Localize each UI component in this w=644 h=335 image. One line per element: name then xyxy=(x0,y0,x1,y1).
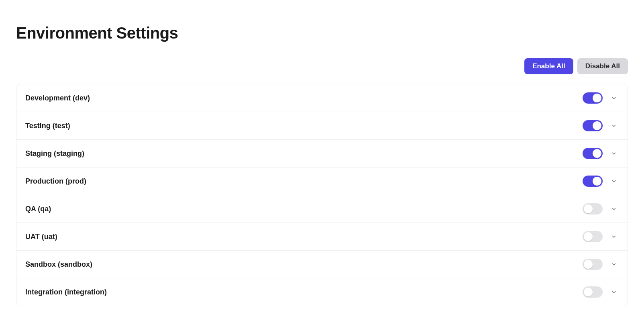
environment-label: Development (dev) xyxy=(25,94,90,102)
environment-label: Production (prod) xyxy=(25,177,86,186)
environment-list: Development (dev)Testing (test)Staging (… xyxy=(16,84,628,306)
environment-toggle[interactable] xyxy=(583,286,603,298)
row-controls xyxy=(583,231,618,242)
expand-row-button[interactable] xyxy=(610,288,618,296)
row-controls xyxy=(583,120,618,131)
expand-row-button[interactable] xyxy=(610,122,618,130)
environment-label: Testing (test) xyxy=(25,122,70,130)
toggle-knob xyxy=(584,232,593,241)
environment-row: Sandbox (sandbox) xyxy=(16,251,628,278)
expand-row-button[interactable] xyxy=(610,205,618,213)
environment-row: Integration (integration) xyxy=(16,278,628,306)
environment-row: QA (qa) xyxy=(16,195,628,223)
environment-toggle[interactable] xyxy=(583,203,603,214)
row-controls xyxy=(583,92,618,104)
settings-container: Environment Settings Enable All Disable … xyxy=(0,0,644,306)
environment-toggle[interactable] xyxy=(583,231,603,242)
chevron-down-icon xyxy=(611,178,617,184)
chevron-down-icon xyxy=(611,261,617,268)
row-controls xyxy=(583,176,618,187)
environment-label: Staging (staging) xyxy=(25,149,84,158)
environment-toggle[interactable] xyxy=(583,176,603,187)
chevron-down-icon xyxy=(611,206,617,212)
toggle-knob xyxy=(593,149,601,158)
environment-toggle[interactable] xyxy=(583,259,603,270)
row-controls xyxy=(583,286,618,298)
environment-row: Staging (staging) xyxy=(16,140,628,168)
environment-label: QA (qa) xyxy=(25,205,51,213)
page-title: Environment Settings xyxy=(16,24,628,42)
toggle-knob xyxy=(593,177,601,186)
expand-row-button[interactable] xyxy=(610,149,618,157)
environment-toggle[interactable] xyxy=(583,148,603,159)
environment-row: Testing (test) xyxy=(16,112,628,140)
environment-row: Development (dev) xyxy=(16,84,628,112)
expand-row-button[interactable] xyxy=(610,177,618,185)
row-controls xyxy=(583,203,618,214)
top-header-border xyxy=(0,0,644,3)
chevron-down-icon xyxy=(611,123,617,129)
toggle-knob xyxy=(584,204,593,213)
chevron-down-icon xyxy=(611,150,617,157)
expand-row-button[interactable] xyxy=(610,260,618,268)
environment-label: UAT (uat) xyxy=(25,233,57,241)
environment-row: UAT (uat) xyxy=(16,223,628,251)
toggle-knob xyxy=(593,121,601,130)
row-controls xyxy=(583,259,618,270)
bulk-actions-row: Enable All Disable All xyxy=(16,58,628,74)
environment-row: Production (prod) xyxy=(16,168,628,195)
chevron-down-icon xyxy=(611,233,617,240)
environment-toggle[interactable] xyxy=(583,92,603,104)
environment-label: Sandbox (sandbox) xyxy=(25,260,92,269)
row-controls xyxy=(583,148,618,159)
toggle-knob xyxy=(593,94,601,102)
chevron-down-icon xyxy=(611,289,617,295)
chevron-down-icon xyxy=(611,95,617,101)
expand-row-button[interactable] xyxy=(610,233,618,241)
expand-row-button[interactable] xyxy=(610,94,618,102)
environment-label: Integration (integration) xyxy=(25,288,107,296)
toggle-knob xyxy=(584,288,593,296)
toggle-knob xyxy=(584,260,593,269)
environment-toggle[interactable] xyxy=(583,120,603,131)
disable-all-button[interactable]: Disable All xyxy=(577,58,628,74)
enable-all-button[interactable]: Enable All xyxy=(524,58,573,74)
